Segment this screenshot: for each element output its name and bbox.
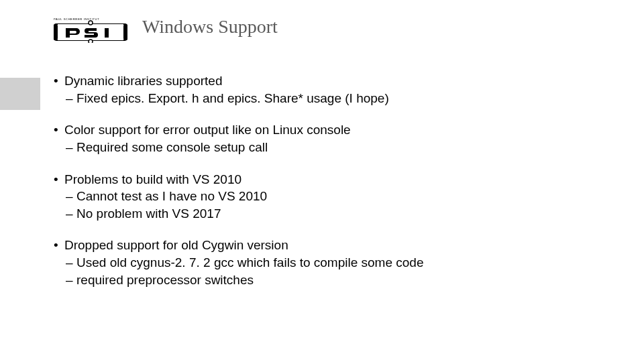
bullet-group: Dynamic libraries supported Fixed epics.…: [54, 72, 604, 107]
slide-title: Windows Support: [142, 16, 278, 38]
bullet-item: Problems to build with VS 2010: [54, 171, 604, 188]
bullet-text: Color support for error output like on L…: [64, 123, 351, 137]
sub-text: Cannot test as I have no VS 2010: [76, 189, 267, 203]
logo-letter-s: [85, 28, 98, 38]
bullet-group: Problems to build with VS 2010 Cannot te…: [54, 171, 604, 223]
content-area: Dynamic libraries supported Fixed epics.…: [54, 72, 604, 303]
decor-box: [0, 78, 40, 110]
sub-text: No problem with VS 2017: [76, 206, 221, 221]
bullet-group: Dropped support for old Cygwin version U…: [54, 237, 604, 288]
sub-text: required preprocessor switches: [76, 273, 254, 287]
logo-right-cap: [123, 24, 127, 40]
sub-item: Required some console setup call: [54, 139, 604, 156]
bullet-text: Dynamic libraries supported: [64, 74, 223, 88]
logo-bottom-dot: [89, 40, 93, 43]
sub-item: required preprocessor switches: [54, 272, 604, 289]
sub-item: No problem with VS 2017: [54, 205, 604, 223]
logo-left-cap: [54, 24, 58, 40]
bullet-text: Problems to build with VS 2010: [64, 172, 241, 186]
sub-text: Required some console setup call: [76, 140, 268, 154]
logo-top-text: PAUL SCHERRER INSTITUT: [54, 17, 99, 21]
slide: PAUL SCHERRER INSTITUT Windows Support D…: [0, 0, 644, 362]
sub-item: Used old cygnus-2. 7. 2 gcc which fails …: [54, 254, 604, 272]
bullet-item: Dropped support for old Cygwin version: [54, 237, 604, 254]
psi-logo: PAUL SCHERRER INSTITUT: [54, 16, 127, 43]
logo-top-dot: [89, 21, 93, 25]
bullet-group: Color support for error output like on L…: [54, 121, 604, 156]
sub-text: Used old cygnus-2. 7. 2 gcc which fails …: [76, 255, 423, 269]
sub-text: Fixed epics. Export. h and epics. Share*…: [76, 91, 389, 105]
bullet-item: Dynamic libraries supported: [54, 72, 604, 90]
bullet-item: Color support for error output like on L…: [54, 121, 604, 139]
bullet-text: Dropped support for old Cygwin version: [64, 238, 288, 252]
sub-item: Cannot test as I have no VS 2010: [54, 188, 604, 205]
logo-letter-i: [105, 28, 109, 38]
sub-item: Fixed epics. Export. h and epics. Share*…: [54, 90, 604, 107]
